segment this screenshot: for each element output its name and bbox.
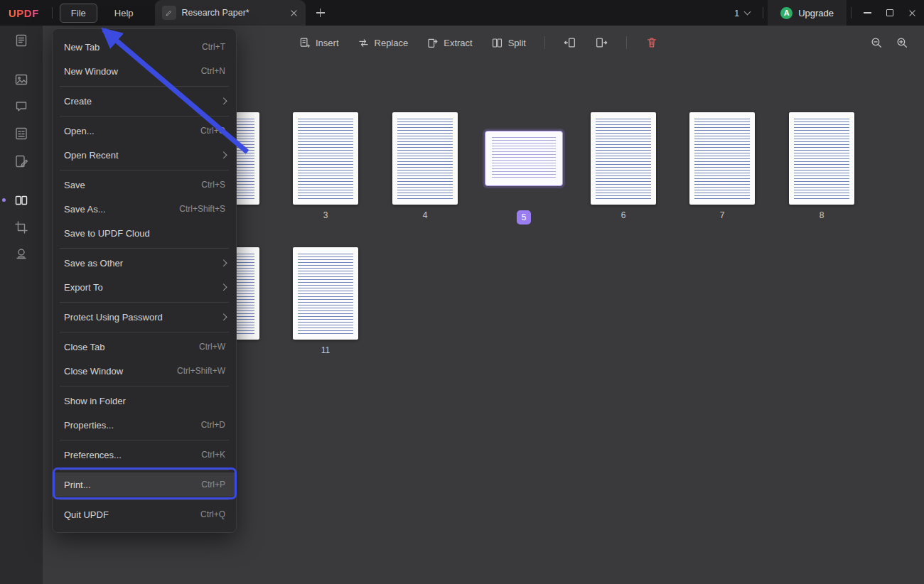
page-content-preview — [298, 119, 353, 199]
page-content-preview — [298, 254, 353, 334]
menu-item-label: Export To — [64, 282, 103, 293]
zoom-out-icon[interactable] — [870, 36, 883, 49]
protect-using-password-menu-item[interactable]: Protect Using Password — [53, 305, 236, 329]
print-menu-item[interactable]: Print...Ctrl+P — [53, 472, 236, 497]
save-to-updf-cloud-menu-item[interactable]: Save to UPDF Cloud — [53, 221, 236, 245]
crop-panel-icon[interactable] — [13, 219, 30, 236]
insert-pages-button-label: Insert — [316, 38, 339, 48]
insert-page-left-icon[interactable] — [564, 36, 576, 49]
page-thumbnail[interactable] — [392, 112, 458, 205]
toolbar-divider — [626, 36, 627, 49]
insert-page-right-icon[interactable] — [595, 36, 608, 49]
split-pages-button[interactable]: Split — [491, 37, 526, 49]
page-number: 8 — [789, 210, 854, 220]
page-thumbnail[interactable] — [293, 112, 358, 205]
open-menu-item[interactable]: Open...Ctrl+O — [53, 119, 236, 143]
reader-panel-icon[interactable] — [13, 32, 30, 49]
insert-icon — [299, 37, 311, 49]
toolbar-right-group — [870, 36, 908, 49]
menu-divider — [60, 248, 229, 249]
page-count-dropdown[interactable]: 1 — [726, 8, 758, 18]
image-panel-icon[interactable] — [13, 71, 30, 88]
new-window-menu-item[interactable]: New WindowCtrl+N — [53, 59, 236, 83]
topbar: UPDF File Help Research Paper* 1 A Upgra… — [0, 0, 924, 26]
page-thumbnail[interactable] — [789, 112, 854, 205]
create-menu-item[interactable]: Create — [53, 89, 236, 113]
page-content-preview — [492, 137, 556, 180]
edit-panel-icon[interactable] — [13, 153, 30, 170]
page-thumbnail[interactable] — [689, 112, 755, 205]
page-thumbnail[interactable] — [591, 112, 656, 205]
menu-item-label: Create — [64, 96, 92, 107]
page-number: 11 — [293, 345, 358, 355]
quit-updf-menu-item[interactable]: Quit UPDFCtrl+Q — [53, 502, 236, 526]
upgrade-button[interactable]: A Upgrade — [768, 0, 847, 26]
submenu-arrow-icon — [220, 151, 226, 158]
organize-pages-panel-icon[interactable] — [13, 192, 30, 209]
menu-item-shortcut: Ctrl+Shift+W — [177, 366, 225, 376]
properties-menu-item[interactable]: Properties...Ctrl+D — [53, 413, 236, 437]
menu-item-label: Save as Other — [64, 258, 123, 269]
comment-panel-icon[interactable] — [13, 98, 30, 115]
menu-divider — [60, 302, 229, 303]
page-content-preview — [794, 119, 849, 199]
help-menu-button[interactable]: Help — [103, 4, 145, 23]
submenu-arrow-icon — [220, 259, 226, 266]
maximize-button[interactable] — [879, 0, 901, 26]
preferences-menu-item[interactable]: Preferences...Ctrl+K — [53, 443, 236, 467]
menu-item-label: Print... — [64, 480, 91, 490]
form-panel-icon[interactable] — [13, 125, 30, 142]
page-number: 5 — [485, 210, 563, 225]
updf-logo: UPDF — [0, 7, 48, 19]
menu-item-label: Save As... — [64, 204, 106, 215]
submenu-arrow-icon — [220, 283, 226, 290]
upgrade-badge-icon: A — [780, 7, 793, 19]
ocr-panel-icon[interactable] — [13, 245, 30, 262]
menu-item-label: Show in Folder — [64, 396, 126, 406]
menu-divider — [60, 470, 229, 470]
split-icon — [491, 37, 503, 49]
menu-divider — [60, 440, 229, 440]
replace-icon — [358, 37, 370, 49]
menu-item-label: Close Window — [64, 366, 123, 377]
menu-item-shortcut: Ctrl+K — [201, 450, 225, 460]
minimize-button[interactable] — [856, 0, 879, 26]
extract-pages-button[interactable]: Extract — [426, 37, 472, 49]
save-menu-item[interactable]: SaveCtrl+S — [53, 173, 236, 197]
page-number: 6 — [591, 210, 656, 220]
file-menu-button[interactable]: File — [60, 4, 97, 23]
replace-pages-button[interactable]: Replace — [358, 37, 409, 49]
delete-pages-icon[interactable] — [645, 36, 658, 49]
close-window-menu-item[interactable]: Close WindowCtrl+Shift+W — [53, 359, 236, 383]
zoom-in-icon[interactable] — [896, 36, 908, 49]
new-tab-menu-item[interactable]: New TabCtrl+T — [53, 35, 236, 59]
document-tab[interactable]: Research Paper* — [155, 0, 306, 26]
insert-pages-button[interactable]: Insert — [299, 37, 339, 49]
page-number: 7 — [689, 210, 755, 220]
topbar-divider — [52, 7, 53, 18]
annotate-document-icon — [162, 6, 176, 20]
close-button[interactable] — [901, 0, 924, 26]
selected-page-badge: 5 — [517, 210, 531, 225]
menu-item-shortcut: Ctrl+S — [201, 180, 225, 190]
save-as-other-menu-item[interactable]: Save as Other — [53, 251, 236, 275]
menu-divider — [60, 116, 229, 117]
page-thumbnail[interactable] — [293, 247, 358, 340]
save-as-menu-item[interactable]: Save As...Ctrl+Shift+S — [53, 197, 236, 221]
page-thumbnail[interactable] — [485, 131, 563, 186]
tab-close-icon[interactable] — [290, 9, 299, 17]
menu-item-label: Quit UPDF — [64, 509, 109, 520]
submenu-arrow-icon — [220, 313, 226, 320]
show-in-folder-menu-item[interactable]: Show in Folder — [53, 389, 236, 413]
menu-item-label: Preferences... — [64, 450, 122, 460]
export-to-menu-item[interactable]: Export To — [53, 275, 236, 299]
open-recent-menu-item[interactable]: Open Recent — [53, 143, 236, 167]
menu-item-label: Save to UPDF Cloud — [64, 228, 150, 239]
topbar-divider — [763, 7, 763, 18]
new-tab-button[interactable] — [311, 4, 330, 22]
menu-item-label: Close Tab — [64, 342, 105, 352]
menu-item-label: New Window — [64, 66, 118, 77]
minimize-icon — [864, 12, 871, 13]
close-tab-menu-item[interactable]: Close TabCtrl+W — [53, 335, 236, 359]
menu-item-label: Protect Using Password — [64, 312, 163, 323]
